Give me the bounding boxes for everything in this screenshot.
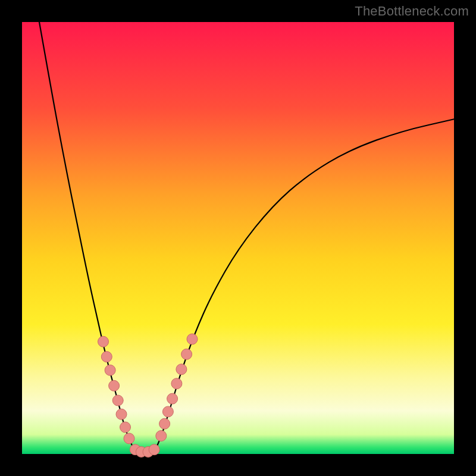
data-marker [116,409,127,419]
data-marker [105,365,115,375]
bottleneck-curve [39,22,454,452]
data-marker [167,393,178,404]
data-marker [149,444,159,455]
data-marker [120,422,131,433]
data-marker [171,378,182,389]
chart-svg [0,0,476,476]
data-marker [156,431,167,441]
data-marker [162,406,173,417]
data-marker [176,364,187,375]
data-marker [159,418,170,429]
data-marker [112,395,123,406]
data-marker [101,352,112,362]
outer-frame: TheBottleneck.com [0,0,476,476]
data-marker [187,334,198,345]
data-marker [124,433,134,444]
data-marker [98,336,109,347]
data-marker [109,380,120,391]
data-marker [181,349,192,359]
